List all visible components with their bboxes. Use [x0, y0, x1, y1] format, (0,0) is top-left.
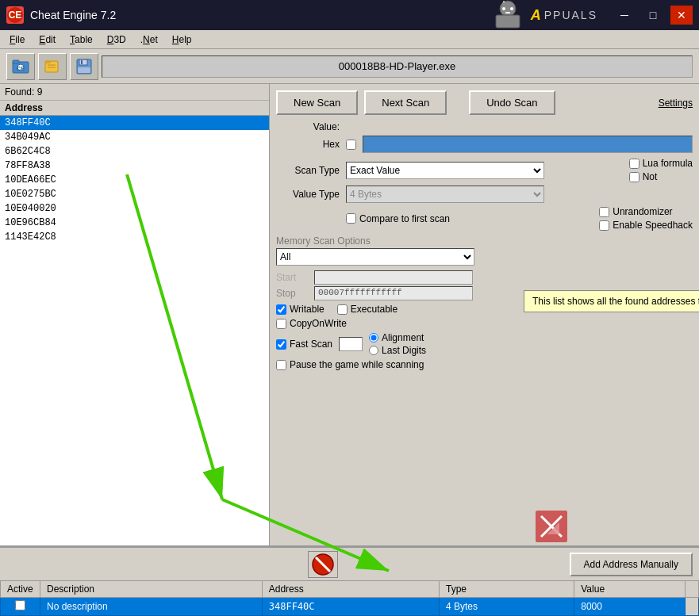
add-address-button[interactable]: Add Address Manually: [570, 553, 693, 576]
address-row[interactable]: 10DEA66EC: [0, 173, 269, 187]
col-type: Type: [440, 581, 574, 598]
fast-scan-input[interactable]: 4: [339, 337, 363, 351]
writable-label[interactable]: Writable: [276, 304, 325, 315]
address-list: 348FF40C34B049AC6B62C4C878FF8A3810DEA66E…: [0, 116, 269, 559]
scan-buttons-row: New Scan Next Scan Undo Scan Settings: [276, 90, 693, 115]
new-scan-button[interactable]: New Scan: [276, 90, 358, 115]
undo-scan-button[interactable]: Undo Scan: [469, 90, 555, 115]
fast-scan-label[interactable]: Fast Scan: [276, 339, 332, 350]
app-title: Cheat Engine 7.2: [30, 9, 116, 21]
col-address: Address: [262, 581, 439, 598]
copy-on-write-label[interactable]: CopyOnWrite: [276, 318, 693, 329]
bottom-area: Add Address Manually Active Description …: [0, 545, 699, 616]
address-list-header: Address: [0, 101, 269, 116]
stop-input[interactable]: 00007fffffffffff: [314, 286, 473, 300]
not-label[interactable]: Not: [629, 171, 693, 182]
minimize-button[interactable]: ─: [613, 6, 636, 25]
menu-file[interactable]: File: [3, 33, 31, 47]
save-button[interactable]: [70, 53, 98, 80]
svg-text:CE: CE: [9, 10, 22, 21]
svg-rect-19: [81, 60, 83, 64]
copy-on-write-checkbox[interactable]: [276, 319, 286, 329]
red-arrow-area: [532, 507, 571, 546]
menu-help[interactable]: Help: [166, 33, 198, 47]
svg-rect-14: [45, 61, 51, 63]
pause-checkbox[interactable]: [276, 360, 286, 370]
fast-scan-row: Fast Scan 4 Alignment Last Digits: [276, 332, 693, 356]
stop-label: Stop: [276, 288, 308, 299]
compare-row: Compare to first scan Unrandomizer Enabl…: [346, 206, 693, 231]
memory-scan-section: Memory Scan Options All: [276, 235, 693, 266]
stop-button[interactable]: [308, 551, 338, 578]
value-label: Value:: [276, 121, 340, 132]
address-row[interactable]: 348FF40C: [0, 116, 269, 130]
cell-active[interactable]: [1, 598, 40, 616]
svg-point-5: [510, 7, 513, 10]
alignment-radio-label[interactable]: Alignment: [369, 332, 426, 343]
svg-rect-18: [79, 59, 87, 65]
alignment-radio[interactable]: [369, 333, 378, 342]
tooltip-box: This list shows all the found addresses …: [524, 290, 699, 312]
right-panel: New Scan Next Scan Undo Scan Settings Va…: [270, 84, 699, 616]
row-active-checkbox[interactable]: [15, 600, 25, 610]
lua-formula-checkbox[interactable]: [629, 159, 639, 169]
enable-speedhack-label[interactable]: Enable Speedhack: [599, 220, 693, 231]
cell-description: No description: [40, 598, 263, 616]
cell-type: 4 Bytes: [440, 598, 574, 616]
unrandomizer-label[interactable]: Unrandomizer: [599, 206, 693, 217]
menu-table[interactable]: Table: [63, 33, 99, 47]
executable-label[interactable]: Executable: [337, 304, 398, 315]
copy-on-write-row: CopyOnWrite: [276, 318, 693, 329]
cell-address: 348FF40C: [262, 598, 439, 616]
memory-scan-select[interactable]: All: [276, 248, 474, 266]
menu-d3d[interactable]: D3D: [101, 33, 133, 47]
appuals-logo: A PPUALS: [488, 0, 597, 31]
ce-logo-icon: CE: [6, 6, 24, 24]
not-checkbox[interactable]: [629, 172, 639, 182]
results-table: Active Description Address Type Value No…: [0, 580, 699, 616]
menu-edit[interactable]: Edit: [33, 33, 62, 47]
compare-first-scan-label[interactable]: Compare to first scan: [346, 213, 450, 224]
process-name[interactable]: 000018B8-HD-Player.exe: [102, 55, 693, 78]
compare-first-scan-checkbox[interactable]: [346, 213, 356, 224]
lua-formula-label[interactable]: Lua formula: [629, 158, 693, 169]
hex-checkbox[interactable]: [346, 140, 356, 150]
scan-type-select[interactable]: Exact Value: [346, 162, 544, 179]
svg-rect-20: [78, 67, 90, 73]
bottom-toolbar: Add Address Manually: [0, 547, 699, 580]
unrandomizer-checkbox[interactable]: [599, 207, 609, 217]
start-label: Start: [276, 272, 308, 283]
address-row[interactable]: 1143E42C8: [0, 230, 269, 244]
address-row[interactable]: 78FF8A38: [0, 159, 269, 173]
menu-net[interactable]: .Net: [134, 33, 164, 47]
value-type-row: Value Type 4 Bytes: [276, 186, 693, 203]
last-digits-radio-label[interactable]: Last Digits: [369, 345, 426, 356]
start-input[interactable]: [314, 270, 473, 285]
address-row[interactable]: 6B62C4C8: [0, 144, 269, 159]
enable-speedhack-checkbox[interactable]: [599, 220, 609, 231]
settings-link[interactable]: Settings: [659, 98, 693, 109]
fast-scan-checkbox[interactable]: [276, 339, 286, 350]
address-row[interactable]: 10E0275BC: [0, 187, 269, 201]
close-button[interactable]: ✕: [670, 6, 693, 25]
pause-label[interactable]: Pause the game while scanning: [276, 359, 424, 370]
next-scan-button[interactable]: Next Scan: [364, 90, 447, 115]
address-row[interactable]: 34B049AC: [0, 130, 269, 144]
value-input[interactable]: 14: [363, 136, 693, 153]
value-row: Value:: [276, 121, 693, 132]
open-process-button[interactable]: CE: [6, 53, 35, 80]
table-row[interactable]: No description 348FF40C 4 Bytes 8000: [1, 598, 699, 616]
svg-rect-6: [505, 12, 510, 13]
svg-rect-3: [496, 15, 520, 28]
memory-scan-label: Memory Scan Options: [276, 235, 693, 247]
value-type-select[interactable]: 4 Bytes: [346, 186, 544, 203]
open-file-button[interactable]: [38, 53, 67, 80]
address-row[interactable]: 10E040020: [0, 201, 269, 216]
toolbar: CE 000018B8-HD-Player.exe: [0, 49, 699, 84]
executable-checkbox[interactable]: [337, 304, 348, 315]
last-digits-radio[interactable]: [369, 346, 378, 355]
col-scrollbar: [686, 581, 699, 598]
maximize-button[interactable]: □: [642, 6, 664, 25]
address-row[interactable]: 10E96CB84: [0, 216, 269, 230]
writable-checkbox[interactable]: [276, 304, 286, 315]
